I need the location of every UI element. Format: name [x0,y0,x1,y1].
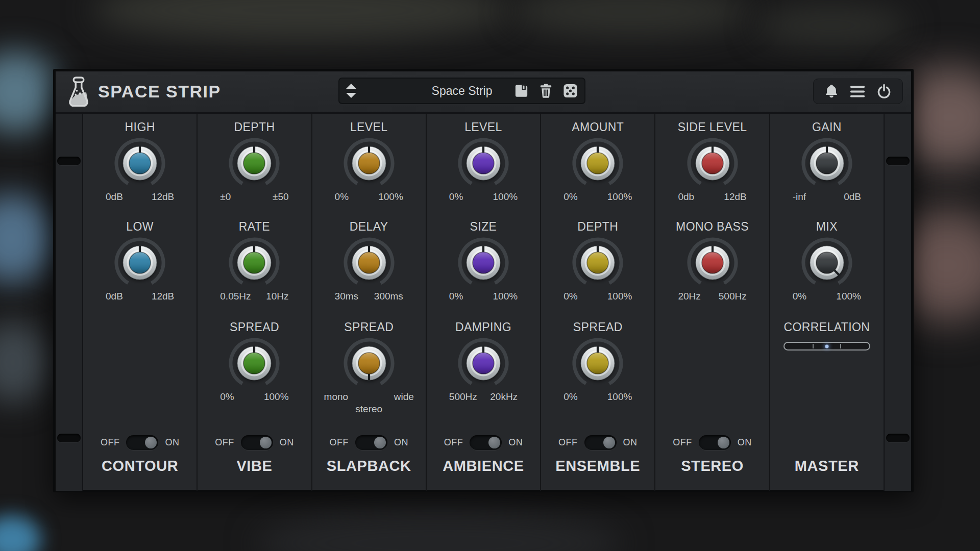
knob[interactable] [341,335,397,391]
save-preset-button floppy-icon[interactable] [513,83,529,99]
randomize-preset-button dice-icon[interactable] [562,83,578,99]
flask-icon [67,76,90,107]
power-button power-icon[interactable] [876,83,892,100]
knob-module: AMOUNT 0% 100% [541,120,654,204]
module-enable-row: OFFON [198,435,311,450]
plugin-window: SPACE STRIP Space Strip [53,69,914,492]
toggle-thumb [374,437,386,448]
knob-max-label: 100% [836,291,861,303]
toggle-thumb [603,437,615,448]
delete-preset-button trash-icon[interactable] [538,83,554,99]
knob-max-label: wide [394,391,414,404]
knob[interactable] [455,335,511,391]
knob-label: SPREAD [312,320,426,334]
knob-module: HIGH 0dB 12dB [83,120,197,204]
knob-mid-label: stereo [312,404,426,415]
knob-max-label: 12dB [724,191,746,204]
module-master: GAIN -inf 0dB MIX 0% 100% CORRELATION MA… [769,114,884,491]
module-enable-toggle[interactable] [699,435,731,450]
knob[interactable] [684,235,741,291]
rack-ear-left [56,114,83,491]
knob[interactable] [226,235,282,291]
knob[interactable] [570,335,626,391]
module-title: MASTER [770,458,884,474]
knob-min-label: 30ms [335,291,358,303]
module-title: VIBE [198,458,311,474]
module-enable-row: OFFON [655,435,769,450]
preset-bar: Space Strip [338,78,585,104]
background-blur [92,0,510,41]
preset-next-button chevron-down-icon[interactable] [345,92,357,98]
knob[interactable] [455,135,511,191]
window-controls [813,79,903,104]
rack-screw-slot [57,434,81,442]
toggle-thumb [260,437,272,448]
rack-ear-right [884,114,911,491]
knob[interactable] [570,235,626,291]
knob-label: RATE [198,219,311,234]
knob-module: DELAY 30ms 300ms [312,219,426,303]
preset-prev-button chevron-up-icon[interactable] [345,83,357,89]
knob[interactable] [455,235,511,291]
knob[interactable] [112,135,168,191]
knob-max-label: 100% [493,291,518,303]
module-enable-toggle[interactable] [126,435,158,450]
correlation-indicator [825,344,828,348]
knob-label: GAIN [770,120,884,134]
knob-module: DEPTH 0% 100% [541,219,654,303]
knob-min-label: 500Hz [449,391,477,404]
rack-content: HIGH 0dB 12dB LOW 0dB 12dB OFFONCONTOUR … [56,114,911,491]
background-blur [510,0,750,36]
module-ambience: LEVEL 0% 100% SIZE 0% 100% DAMPING 500Hz… [426,114,540,491]
knob-max-label: 100% [607,391,632,404]
knob-max-label: 100% [264,391,289,404]
module-enable-toggle[interactable] [355,435,387,450]
knob[interactable] [341,135,397,191]
toggle-off-label: OFF [558,437,578,448]
knob[interactable] [226,135,282,191]
background-blur [0,194,54,283]
knob-label: DELAY [312,219,426,234]
header-bar: SPACE STRIP Space Strip [56,71,911,114]
toggle-thumb [718,437,729,448]
module-enable-row: OFFON [427,435,540,450]
knob-max-label: 12dB [152,291,174,303]
knob[interactable] [226,335,282,391]
knob[interactable] [341,235,397,291]
knob-min-label: 0% [564,391,577,404]
knob-min-label: 0% [564,291,577,303]
knob-label: LEVEL [427,120,540,134]
knob[interactable] [684,135,741,191]
knob-max-label: 500Hz [719,291,747,303]
knob-label: LOW [83,219,197,234]
knob[interactable] [799,135,855,191]
knob-max-label: 100% [607,291,632,303]
knob[interactable] [570,135,626,191]
module-contour: HIGH 0dB 12dB LOW 0dB 12dB OFFONCONTOUR [83,114,197,491]
knob-label: AMOUNT [541,120,654,134]
module-enable-toggle[interactable] [241,435,273,450]
toggle-thumb [488,437,500,448]
knob-min-label: 0.05Hz [220,291,251,303]
knob-max-label: 12dB [152,191,174,204]
knob-module: SPREAD 0% 100% [541,320,654,404]
knob[interactable] [799,235,855,291]
module-title: CONTOUR [83,458,197,474]
knob-min-label: ±0 [220,191,231,204]
knob-max-label: 0dB [844,191,861,204]
module-enable-toggle[interactable] [470,435,502,450]
menu-button hamburger-icon[interactable] [849,85,866,98]
knob-min-label: 0% [335,191,349,204]
knob-max-label: ±50 [273,191,289,204]
module-enable-toggle[interactable] [584,435,617,450]
knob-label: SPREAD [198,320,311,334]
module-enable-row: OFFON [541,435,654,450]
knob-min-label: 20Hz [678,291,700,303]
toggle-off-label: OFF [673,437,692,448]
knob-module: MONO BASS 20Hz 500Hz [655,219,769,303]
knob-min-label: 0% [564,191,577,204]
knob[interactable] [112,235,168,291]
knob-min-label: 0db [678,191,694,204]
notifications-button bell-icon[interactable] [824,83,839,99]
knob-module: SPREAD 0% 100% [198,320,311,404]
